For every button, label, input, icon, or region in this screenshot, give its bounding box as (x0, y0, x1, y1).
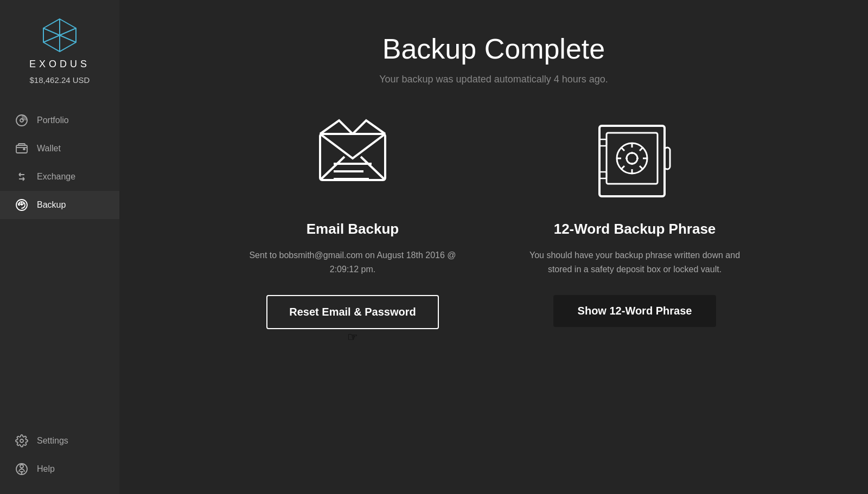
page-title: Backup Complete (382, 33, 605, 65)
svg-rect-18 (599, 126, 665, 196)
svg-line-26 (640, 147, 643, 151)
svg-point-29 (627, 153, 637, 164)
wallet-label: Wallet (37, 144, 61, 153)
sidebar-item-help[interactable]: Help (0, 455, 119, 483)
svg-line-17 (361, 157, 385, 180)
nav-items: Portfolio Wallet Exchange (0, 106, 119, 219)
sidebar-item-settings[interactable]: Settings (0, 427, 119, 455)
nav-bottom: Settings Help (0, 427, 119, 483)
settings-label: Settings (37, 436, 68, 446)
email-backup-card: Email Backup Sent to bobsmith@gmail.com … (244, 118, 461, 329)
email-backup-icon (309, 118, 396, 204)
balance-display: $18,462.24 USD (30, 75, 90, 85)
cursor-indicator: ☞ (347, 330, 358, 344)
main-content: Backup Complete Your backup was updated … (119, 0, 868, 494)
brand-name: EXODUS (29, 59, 90, 70)
exchange-label: Exchange (37, 172, 75, 182)
cards-row: Email Backup Sent to bobsmith@gmail.com … (244, 118, 743, 329)
svg-point-11 (20, 465, 23, 468)
reset-email-password-button[interactable]: Reset Email & Password (266, 295, 438, 329)
help-icon (15, 463, 28, 476)
sidebar-item-backup[interactable]: Backup (0, 191, 119, 219)
portfolio-icon (15, 114, 28, 127)
phrase-backup-card: 12-Word Backup Phrase You should have yo… (526, 118, 743, 327)
svg-rect-6 (16, 145, 27, 153)
phrase-backup-title: 12-Word Backup Phrase (554, 221, 716, 238)
svg-point-9 (20, 439, 23, 442)
sidebar-item-exchange[interactable]: Exchange (0, 163, 119, 191)
email-backup-title: Email Backup (307, 221, 399, 238)
exchange-icon (15, 170, 28, 183)
exodus-logo-icon (41, 16, 79, 54)
reset-email-button-wrapper: Reset Email & Password ☞ (266, 295, 438, 329)
svg-point-7 (23, 149, 24, 150)
email-backup-desc: Sent to bobsmith@gmail.com on August 18t… (244, 248, 461, 276)
portfolio-label: Portfolio (37, 116, 69, 125)
svg-line-25 (621, 147, 624, 151)
backup-icon (15, 198, 28, 211)
logo-area: EXODUS $18,462.24 USD (29, 16, 90, 101)
phrase-backup-desc: You should have your backup phrase writt… (526, 248, 743, 276)
settings-icon (15, 434, 28, 447)
page-subtitle: Your backup was updated automatically 4 … (379, 74, 608, 85)
backup-label: Backup (37, 200, 66, 210)
svg-rect-30 (665, 147, 670, 169)
svg-line-27 (621, 166, 624, 169)
sidebar: EXODUS $18,462.24 USD Portfolio Wallet (0, 0, 119, 494)
sidebar-item-wallet[interactable]: Wallet (0, 134, 119, 163)
phrase-backup-icon (591, 118, 678, 204)
svg-line-28 (640, 166, 643, 169)
sidebar-item-portfolio[interactable]: Portfolio (0, 106, 119, 134)
svg-line-16 (320, 157, 344, 180)
show-phrase-button[interactable]: Show 12-Word Phrase (553, 295, 716, 327)
wallet-icon (15, 142, 28, 155)
help-label: Help (37, 464, 55, 474)
svg-rect-19 (607, 133, 658, 184)
